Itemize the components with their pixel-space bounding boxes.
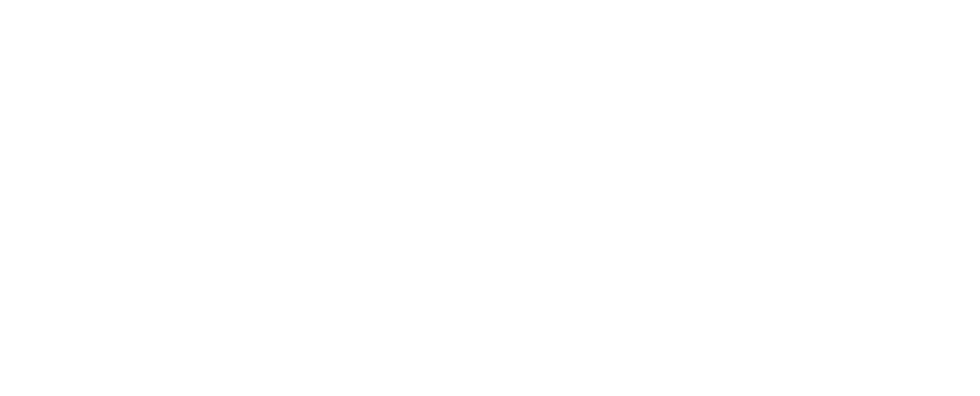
core-log-correlation-figure [0, 0, 980, 396]
